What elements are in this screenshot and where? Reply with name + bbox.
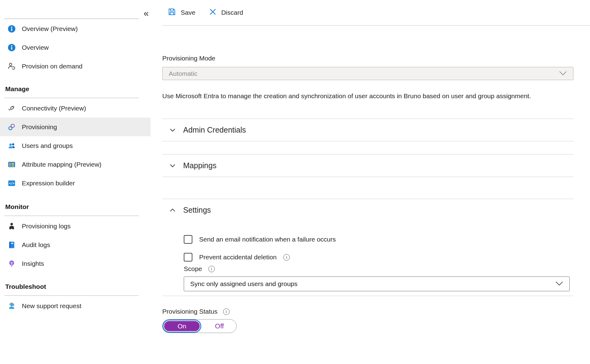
command-bar: Save Discard bbox=[151, 0, 590, 25]
sidebar-item-provisioning-logs[interactable]: Provisioning logs bbox=[0, 217, 151, 235]
plug-icon bbox=[7, 104, 16, 112]
sidebar-item-label: Provisioning logs bbox=[22, 223, 71, 230]
prevent-deletion-checkbox[interactable] bbox=[184, 253, 192, 261]
info-icon[interactable]: i bbox=[283, 254, 290, 261]
sidebar-header: « bbox=[0, 0, 151, 19]
people-icon bbox=[7, 141, 16, 150]
provisioning-status-toggle: On Off bbox=[162, 319, 237, 333]
person-badge-icon bbox=[7, 222, 16, 230]
save-button-label: Save bbox=[181, 9, 195, 16]
sidebar-item-label: Connectivity (Preview) bbox=[22, 105, 86, 112]
sidebar-item-provisioning[interactable]: Provisioning bbox=[0, 118, 151, 136]
scope-dropdown[interactable]: Sync only assigned users and groups bbox=[184, 277, 570, 291]
settings-section-header[interactable]: Settings bbox=[162, 199, 573, 221]
sidebar-group-header-monitor: Monitor bbox=[0, 203, 151, 211]
toggle-off-option[interactable]: Off bbox=[203, 319, 236, 333]
save-button[interactable]: Save bbox=[168, 8, 195, 17]
sidebar-item-label: Expression builder bbox=[22, 180, 75, 187]
sidebar-item-expression-builder[interactable]: </> Expression builder bbox=[0, 174, 151, 192]
svg-text:</>: </> bbox=[9, 182, 14, 185]
sidebar-item-insights[interactable]: Insights bbox=[0, 254, 151, 273]
info-icon bbox=[7, 25, 16, 33]
sidebar-item-new-support-request[interactable]: New support request bbox=[0, 296, 151, 315]
app-window: « Overview (Preview) Overview bbox=[0, 0, 590, 364]
discard-button[interactable]: Discard bbox=[209, 8, 243, 17]
sidebar-item-users-and-groups[interactable]: Users and groups bbox=[0, 136, 151, 155]
email-notification-checkbox[interactable] bbox=[184, 235, 192, 244]
info-icon[interactable]: i bbox=[223, 308, 230, 315]
chevron-up-icon bbox=[169, 207, 176, 214]
settings-body: Send an email notification when a failur… bbox=[184, 235, 573, 291]
scope-label-row: Scope i bbox=[184, 265, 573, 273]
discard-button-label: Discard bbox=[221, 9, 243, 16]
provisioning-mode-description: Use Microsoft Entra to manage the creati… bbox=[162, 89, 566, 103]
settings-section: Settings Send an email notification when… bbox=[162, 199, 573, 291]
sidebar-item-label: New support request bbox=[22, 302, 81, 310]
sidebar-group-header-manage: Manage bbox=[0, 85, 151, 93]
chevron-down-icon bbox=[555, 280, 563, 288]
email-notification-checkbox-row: Send an email notification when a failur… bbox=[184, 235, 573, 244]
divider bbox=[4, 98, 139, 98]
provisioning-status-label: Provisioning Status bbox=[162, 308, 218, 315]
sidebar-item-label: Overview bbox=[22, 44, 49, 51]
sidebar-item-label: Overview (Preview) bbox=[22, 25, 78, 33]
sidebar-item-overview[interactable]: Overview bbox=[0, 38, 151, 57]
provisioning-status-label-row: Provisioning Status i bbox=[162, 308, 573, 315]
sidebar-item-label: Users and groups bbox=[22, 142, 73, 149]
checkbox-label: Send an email notification when a failur… bbox=[199, 236, 336, 243]
sidebar-item-label: Attribute mapping (Preview) bbox=[22, 161, 101, 168]
sidebar-item-label: Provisioning bbox=[22, 123, 57, 131]
mappings-section-header[interactable]: Mappings bbox=[162, 154, 573, 177]
provisioning-mode-dropdown: Automatic bbox=[162, 67, 573, 80]
sidebar: « Overview (Preview) Overview bbox=[0, 0, 151, 364]
scope-label: Scope bbox=[184, 265, 202, 273]
lightbulb-icon bbox=[7, 259, 16, 268]
admin-credentials-section-header[interactable]: Admin Credentials bbox=[162, 118, 573, 141]
sidebar-item-overview-preview[interactable]: Overview (Preview) bbox=[0, 19, 151, 38]
provisioning-mode-label: Provisioning Mode bbox=[162, 55, 573, 62]
info-icon bbox=[7, 43, 16, 52]
attribute-table-icon bbox=[7, 160, 16, 168]
section-label: Admin Credentials bbox=[183, 126, 246, 134]
section-label: Settings bbox=[183, 206, 211, 215]
sidebar-item-label: Audit logs bbox=[22, 241, 50, 249]
checkbox-label: Prevent accidental deletion bbox=[199, 254, 277, 261]
code-icon: </> bbox=[7, 179, 16, 187]
section-label: Mappings bbox=[183, 161, 216, 170]
sidebar-item-connectivity[interactable]: Connectivity (Preview) bbox=[0, 99, 151, 118]
sidebar-item-attribute-mapping[interactable]: Attribute mapping (Preview) bbox=[0, 155, 151, 174]
sidebar-item-audit-logs[interactable]: Audit logs bbox=[0, 235, 151, 254]
save-icon bbox=[168, 8, 176, 17]
provisioning-form: Provisioning Mode Automatic Use Microsof… bbox=[151, 26, 590, 333]
toggle-on-option[interactable]: On bbox=[163, 320, 200, 332]
content-pane: Save Discard Provisioning Mode Automatic bbox=[151, 0, 590, 364]
info-icon[interactable]: i bbox=[208, 266, 215, 272]
divider bbox=[162, 296, 573, 296]
chevron-down-icon bbox=[559, 70, 567, 77]
sidebar-item-label: Provision on demand bbox=[22, 63, 82, 70]
sidebar-item-provision-on-demand[interactable]: Provision on demand bbox=[0, 57, 151, 76]
sidebar-item-label: Insights bbox=[22, 260, 44, 267]
sidebar-group-header-troubleshoot: Troubleshoot bbox=[0, 283, 151, 290]
scope-dropdown-value: Sync only assigned users and groups bbox=[190, 280, 297, 288]
provisioning-sync-icon bbox=[7, 123, 16, 131]
collapse-sidebar-icon[interactable]: « bbox=[144, 9, 149, 18]
chevron-down-icon bbox=[169, 126, 176, 134]
book-icon bbox=[7, 241, 16, 249]
discard-x-icon bbox=[209, 8, 217, 17]
prevent-deletion-checkbox-row: Prevent accidental deletion i bbox=[184, 253, 573, 261]
chevron-down-icon bbox=[169, 162, 176, 169]
divider bbox=[4, 18, 139, 19]
divider bbox=[4, 295, 139, 296]
divider bbox=[4, 215, 139, 216]
person-sync-icon bbox=[7, 62, 16, 70]
support-person-icon bbox=[7, 302, 16, 310]
provisioning-mode-value: Automatic bbox=[169, 70, 197, 77]
